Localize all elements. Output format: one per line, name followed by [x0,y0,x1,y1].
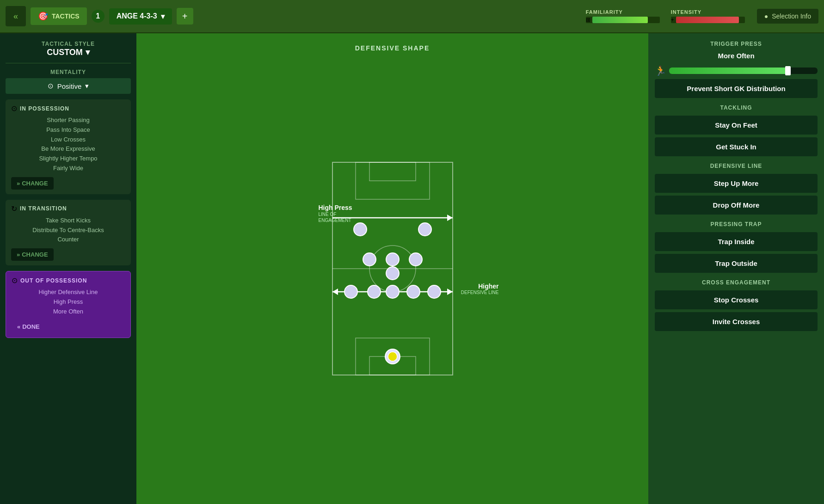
in-transition-card: ↻ IN TRANSITION Take Short Kicks Distrib… [6,200,131,265]
runner-icon: 🏃 [655,65,666,76]
out-of-possession-card: ⊙ OUT OF POSSESSION Higher Defensive Lin… [6,271,131,338]
list-item: Fairly Wide [11,164,125,173]
cross-engagement-title: CROSS ENGAGEMENT [655,279,818,286]
pitch-container: DEFENSIVE SHAPE [136,33,648,504]
defensive-line-label: Higher DEFENSIVE LINE [461,283,499,295]
mentality-chevron-icon: ▾ [85,82,89,90]
selection-info-button[interactable]: ● Selection Info [757,9,818,24]
invite-crosses-button[interactable]: Invite Crosses [655,312,818,331]
trigger-press-section: TRIGGER PRESS More Often 🏃 Prevent Short… [655,41,818,98]
stop-crosses-button[interactable]: Stop Crosses [655,290,818,309]
in-transition-items: Take Short Kicks Distribute To Centre-Ba… [11,216,125,245]
trigger-press-slider-row: 🏃 [655,65,818,76]
in-transition-header: ↻ IN TRANSITION [11,204,125,213]
list-item: Slightly Higher Tempo [11,154,125,164]
tackling-title: TACKLING [655,104,818,111]
list-item: More Often [12,307,125,317]
intensity-label: INTENSITY [671,9,745,15]
in-possession-change-button[interactable]: » CHANGE [11,177,54,190]
pressing-trap-title: PRESSING TRAP [655,221,818,227]
defensive-line-title: DEFENSIVE LINE [655,163,818,169]
intensity-fill [676,17,739,23]
out-of-possession-header: ⊙ OUT OF POSSESSION [12,276,125,285]
list-item: Shorter Passing [11,116,125,125]
trap-inside-button[interactable]: Trap Inside [655,232,818,251]
pressing-trap-section: PRESSING TRAP Trap Inside Trap Outside [655,221,818,273]
svg-point-20 [363,253,376,266]
pitch-area: High Press LINE OFENGAGEMENT Higher DEFE… [314,158,471,380]
svg-point-19 [428,285,441,298]
prevent-gk-button[interactable]: Prevent Short GK Distribution [655,79,818,98]
in-possession-icon: ⊙ [11,104,17,113]
svg-point-24 [354,223,367,236]
mentality-section: MENTALITY ⊙ Positive ▾ [6,69,131,94]
intensity-group: INTENSITY + [671,9,745,23]
list-item: Higher Defensive Line [12,288,125,297]
tactic-name-button[interactable]: ANGE 4-3-3 ▾ [109,8,172,25]
in-transition-change-button[interactable]: » CHANGE [11,248,54,261]
tactical-style-dropdown-icon: ▾ [86,47,90,57]
change-icon: » [17,180,20,187]
trigger-press-title: TRIGGER PRESS [655,41,818,47]
tactic-number: 1 [92,10,105,23]
pitch-svg [314,158,471,380]
familiarity-icon: ⊞ [586,17,590,23]
list-item: High Press [12,297,125,307]
svg-point-25 [418,223,431,236]
out-of-possession-title: OUT OF POSSESSION [20,277,87,284]
familiarity-bar: ⊞ [586,17,660,23]
familiarity-group: FAMILIARITY ⊞ [586,9,660,23]
list-item: Low Crosses [11,135,125,145]
list-item: Counter [11,235,125,245]
mentality-dropdown[interactable]: ⊙ Positive ▾ [6,78,131,94]
slider-thumb[interactable] [785,66,791,75]
eye-icon: ● [764,12,768,20]
in-possession-title: IN POSSESSION [20,105,69,112]
out-of-possession-items: Higher Defensive Line High Press More Of… [12,288,125,316]
svg-point-16 [368,285,381,298]
get-stuck-in-button[interactable]: Get Stuck In [655,137,818,156]
add-tactic-button[interactable]: + [177,8,193,25]
trap-outside-button[interactable]: Trap Outside [655,254,818,273]
sidebar: TACTICAL STYLE CUSTOM ▾ MENTALITY ⊙ Posi… [0,33,136,504]
tactics-tab[interactable]: 🎯 TACTICS [31,7,87,25]
intensity-bar: + [671,17,745,23]
list-item: Distribute To Centre-Backs [11,226,125,235]
svg-marker-12 [447,215,453,221]
familiarity-label: FAMILIARITY [586,9,660,15]
defensive-line-section: DEFENSIVE LINE Step Up More Drop Off Mor… [655,163,818,215]
familiarity-section: FAMILIARITY ⊞ INTENSITY + [586,9,745,23]
stay-on-feet-button[interactable]: Stay On Feet [655,116,818,135]
main-content: TACTICAL STYLE CUSTOM ▾ MENTALITY ⊙ Posi… [0,33,824,504]
change-icon: » [17,251,20,258]
trigger-press-slider[interactable] [669,68,818,74]
mentality-value: Positive [57,82,82,90]
tackling-section: TACKLING Stay On Feet Get Stuck In [655,104,818,156]
mentality-icon: ⊙ [48,82,54,90]
tactical-style-section: TACTICAL STYLE CUSTOM ▾ [6,41,131,63]
done-button[interactable]: « DONE [12,320,45,333]
familiarity-fill [592,17,648,23]
in-transition-title: IN TRANSITION [20,205,67,212]
svg-point-14 [388,352,397,361]
tactical-style-value[interactable]: CUSTOM ▾ [6,47,131,57]
drop-off-more-button[interactable]: Drop Off More [655,196,818,215]
trigger-press-value: More Often [655,52,818,60]
done-icon: « [17,323,20,330]
in-transition-icon: ↻ [11,204,17,213]
svg-point-22 [409,253,422,266]
slider-fill [669,68,788,74]
list-item: Take Short Kicks [11,216,125,226]
in-possession-items: Shorter Passing Pass Into Space Low Cros… [11,116,125,173]
tactics-label: TACTICS [52,12,80,20]
step-up-more-button[interactable]: Step Up More [655,174,818,193]
list-item: Pass Into Space [11,125,125,135]
tactic-name-label: ANGE 4-3-3 [117,12,157,20]
back-button[interactable]: « [6,6,26,26]
cross-engagement-section: CROSS ENGAGEMENT Stop Crosses Invite Cro… [655,279,818,331]
pitch-title: DEFENSIVE SHAPE [355,44,430,52]
svg-marker-10 [447,289,453,295]
selection-info-label: Selection Info [772,12,811,20]
svg-point-18 [407,285,420,298]
top-bar: « 🎯 TACTICS 1 ANGE 4-3-3 ▾ + FAMILIARITY… [0,0,824,33]
